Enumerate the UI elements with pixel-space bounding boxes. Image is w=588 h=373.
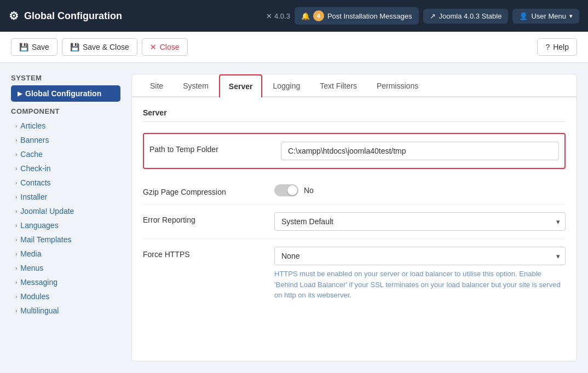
section-title: Server bbox=[143, 108, 566, 122]
sidebar-item-label: Multilingual bbox=[20, 306, 59, 315]
app-title-text: Global Configuration bbox=[24, 10, 122, 22]
sidebar-item-multilingual[interactable]: › Multilingual bbox=[11, 304, 120, 318]
gzip-control: No bbox=[274, 184, 566, 196]
force-https-control: None Administrator Only Entire Site ▾ HT… bbox=[274, 247, 566, 301]
save-close-label: Save & Close bbox=[83, 43, 129, 51]
save-close-button[interactable]: 💾 Save & Close bbox=[62, 38, 137, 56]
joomla-version-label: Joomla 4.0.3 Stable bbox=[439, 12, 502, 20]
tab-site[interactable]: Site bbox=[141, 74, 172, 97]
main-content: System ▶ Global Configuration Component … bbox=[0, 63, 588, 372]
header-right: ✕ 4.0.3 🔔 4 Post Installation Messages ↗… bbox=[266, 7, 579, 25]
sidebar-item-messaging[interactable]: › Messaging bbox=[11, 275, 120, 289]
chevron-right-icon: › bbox=[15, 237, 17, 243]
path-temp-label: Path to Temp Folder bbox=[149, 142, 270, 154]
path-temp-input[interactable] bbox=[281, 142, 559, 160]
tab-permissions[interactable]: Permissions bbox=[367, 74, 428, 97]
notifications-label: Post Installation Messages bbox=[327, 12, 412, 20]
bell-icon: 🔔 bbox=[301, 12, 310, 20]
sidebar-item-articles[interactable]: › Articles bbox=[11, 119, 120, 133]
chevron-right-icon: › bbox=[15, 137, 17, 143]
sidebar-item-label: Media bbox=[20, 249, 41, 258]
error-reporting-select-wrapper: System Default None Simple Maximum Devel… bbox=[274, 212, 566, 231]
app-header: ⚙ Global Configuration ✕ 4.0.3 🔔 4 Post … bbox=[0, 0, 588, 32]
sidebar-item-contacts[interactable]: › Contacts bbox=[11, 176, 120, 190]
sidebar-item-label: Joomla! Update bbox=[20, 207, 74, 215]
chevron-right-icon: › bbox=[15, 180, 17, 186]
save-close-icon: 💾 bbox=[70, 43, 79, 51]
app-title: ⚙ Global Configuration bbox=[9, 9, 260, 22]
error-reporting-control: System Default None Simple Maximum Devel… bbox=[274, 212, 566, 231]
path-temp-highlighted-row: Path to Temp Folder bbox=[143, 133, 566, 169]
force-https-label: Force HTTPS bbox=[143, 247, 263, 259]
chevron-right-icon: › bbox=[15, 251, 17, 257]
chevron-right-icon: › bbox=[15, 279, 17, 285]
error-reporting-row: Error Reporting System Default None Simp… bbox=[143, 205, 566, 239]
external-link-icon: ↗ bbox=[430, 12, 436, 20]
content-panel: Site System Server Logging Text Filters … bbox=[131, 74, 577, 362]
tab-logging[interactable]: Logging bbox=[263, 74, 309, 97]
version-badge: ✕ 4.0.3 bbox=[266, 12, 290, 20]
chevron-right-icon: › bbox=[15, 166, 17, 172]
sidebar-item-label: Messaging bbox=[20, 278, 57, 287]
user-menu-label: User Menu bbox=[531, 12, 566, 20]
sidebar-item-mail-templates[interactable]: › Mail Templates bbox=[11, 232, 120, 247]
sidebar-item-label: Contacts bbox=[20, 178, 50, 187]
sidebar-item-label: Modules bbox=[20, 292, 49, 301]
sidebar-item-media[interactable]: › Media bbox=[11, 247, 120, 261]
sidebar-item-label: Articles bbox=[20, 121, 45, 130]
user-menu-button[interactable]: 👤 User Menu ▾ bbox=[512, 9, 579, 24]
chevron-right-icon: › bbox=[15, 151, 17, 158]
sidebar-item-checkin[interactable]: › Check-in bbox=[11, 161, 120, 176]
sidebar-item-label: Cache bbox=[20, 150, 42, 159]
joomla-version-button[interactable]: ↗ Joomla 4.0.3 Stable bbox=[423, 9, 509, 24]
force-https-row: Force HTTPS None Administrator Only Enti… bbox=[143, 239, 566, 308]
help-icon: ? bbox=[545, 43, 550, 51]
help-button[interactable]: ? Help bbox=[537, 38, 577, 56]
help-label: Help bbox=[553, 43, 569, 51]
sidebar-active-item[interactable]: ▶ Global Configuration bbox=[11, 85, 120, 102]
toolbar: 💾 Save 💾 Save & Close ✕ Close ? Help bbox=[0, 32, 588, 63]
chevron-right-icon: › bbox=[15, 208, 17, 214]
tab-text-filters[interactable]: Text Filters bbox=[310, 74, 366, 97]
close-button[interactable]: ✕ Close bbox=[142, 38, 188, 56]
sidebar-item-joomla-update[interactable]: › Joomla! Update bbox=[11, 204, 120, 218]
sidebar-item-cache[interactable]: › Cache bbox=[11, 147, 120, 161]
tab-server[interactable]: Server bbox=[219, 74, 263, 97]
close-icon: ✕ bbox=[150, 43, 157, 51]
sidebar-item-label: Banners bbox=[20, 136, 49, 144]
chevron-down-icon: ▾ bbox=[569, 13, 573, 20]
error-reporting-label: Error Reporting bbox=[143, 212, 263, 224]
component-section-title: Component bbox=[11, 107, 120, 115]
chevron-right-icon: › bbox=[15, 194, 17, 200]
tab-system[interactable]: System bbox=[174, 74, 218, 97]
sidebar-item-label: Languages bbox=[20, 221, 58, 230]
sidebar-item-label: Check-in bbox=[20, 164, 50, 173]
notification-count: 4 bbox=[313, 10, 324, 21]
close-label: Close bbox=[160, 43, 180, 51]
sidebar-item-banners[interactable]: › Banners bbox=[11, 133, 120, 147]
server-section: Server Path to Temp Folder Gzip Page Com… bbox=[132, 97, 577, 319]
force-https-select[interactable]: None Administrator Only Entire Site bbox=[274, 247, 566, 265]
gear-icon: ⚙ bbox=[9, 9, 19, 22]
chevron-right-icon: › bbox=[15, 265, 17, 271]
sidebar-item-menus[interactable]: › Menus bbox=[11, 261, 120, 275]
sidebar-item-modules[interactable]: › Modules bbox=[11, 289, 120, 304]
chevron-right-icon: › bbox=[15, 123, 17, 129]
chevron-right-icon: › bbox=[15, 294, 17, 300]
gzip-toggle-label: No bbox=[304, 186, 314, 195]
system-section-title: System bbox=[11, 74, 120, 82]
gzip-label: Gzip Page Compression bbox=[143, 184, 263, 196]
force-https-select-wrapper: None Administrator Only Entire Site ▾ bbox=[274, 247, 566, 265]
save-icon: 💾 bbox=[19, 43, 28, 51]
chevron-right-icon: › bbox=[15, 223, 17, 229]
sidebar-item-languages[interactable]: › Languages bbox=[11, 218, 120, 232]
sidebar-item-label: Menus bbox=[20, 264, 43, 272]
notifications-button[interactable]: 🔔 4 Post Installation Messages bbox=[295, 7, 419, 25]
chevron-right-icon: › bbox=[15, 308, 17, 314]
sidebar: System ▶ Global Configuration Component … bbox=[11, 74, 131, 362]
sidebar-item-installer[interactable]: › Installer bbox=[11, 190, 120, 204]
gzip-toggle[interactable] bbox=[274, 184, 298, 196]
error-reporting-select[interactable]: System Default None Simple Maximum Devel… bbox=[274, 212, 566, 231]
force-https-help-text: HTTPS must be enabled on your server or … bbox=[274, 269, 566, 301]
save-button[interactable]: 💾 Save bbox=[11, 38, 57, 56]
